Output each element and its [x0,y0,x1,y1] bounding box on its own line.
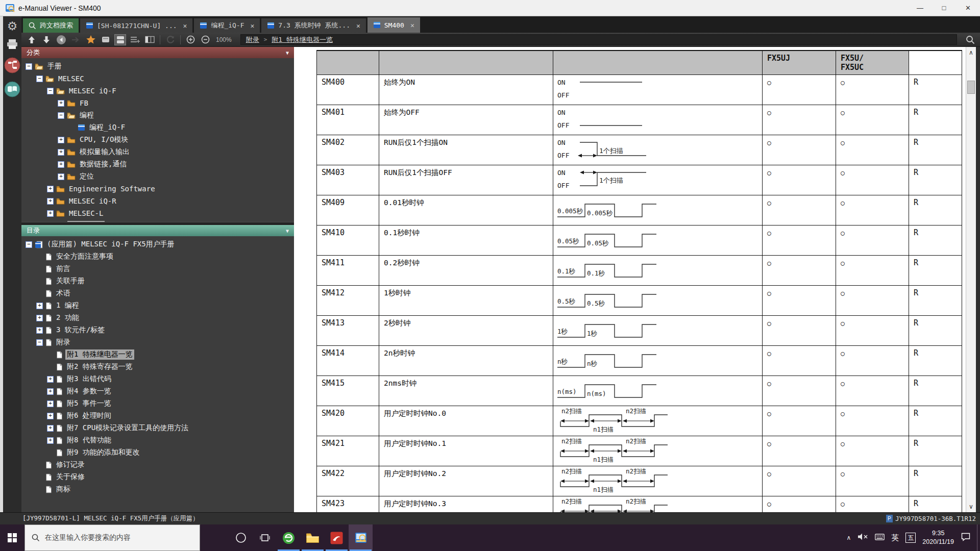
pdf-reader-taskbar-button[interactable] [325,524,349,551]
toc-tree-item[interactable]: +附5 事件一览 [21,397,294,410]
category-tree-item[interactable]: +定位 [21,170,294,183]
toc-tree-item[interactable]: −(应用篇) MELSEC iQ-F FX5用户手册 [21,238,294,251]
back-icon[interactable] [55,34,67,45]
ime-mode-indicator[interactable]: 五 [905,533,916,543]
table-columns-icon[interactable] [144,34,156,45]
close-button[interactable]: ✕ [956,0,980,16]
toc-tree-item[interactable]: +附4 参数一览 [21,385,294,397]
scroll-up-icon[interactable]: ∧ [966,47,976,58]
tab-7-3-[interactable]: 7.3 系统时钟 系统...✕ [261,18,365,33]
minimize-button[interactable]: — [908,0,932,16]
category-tree-item[interactable]: −编程 [21,109,294,121]
outline-add-icon[interactable] [129,34,141,45]
expand-icon[interactable]: + [47,413,54,419]
classification-view-icon[interactable] [4,57,21,74]
breadcrumb-link[interactable]: 附录 [246,35,259,44]
down-arrow-icon[interactable] [40,34,52,45]
zoom-in-icon[interactable] [185,34,197,45]
file-explorer-taskbar-button[interactable] [301,524,325,551]
tab-close-icon[interactable]: ✕ [251,22,255,30]
expand-icon[interactable]: + [47,425,54,432]
toc-tree-item[interactable]: 关于保修 [21,471,294,483]
favorite-star-icon[interactable] [85,34,96,45]
continuous-page-view-icon[interactable] [114,34,126,45]
collapse-icon[interactable]: − [26,63,32,70]
collapse-icon[interactable]: − [58,112,64,119]
ime-language-indicator[interactable]: 英 [891,533,899,543]
chevron-down-icon[interactable]: ▼ [286,228,289,234]
expand-icon[interactable]: + [47,388,54,395]
toc-tree-item[interactable]: 术语 [21,287,294,299]
toc-tree-item[interactable]: 关联手册 [21,275,294,287]
category-tree-item[interactable]: −MELSEC iQ-F [21,85,294,97]
settings-gear-icon[interactable]: ⚙ [7,20,18,32]
toc-tree-item[interactable]: +附3 出错代码 [21,373,294,385]
toc-tree-item[interactable]: 安全方面注意事项 [21,251,294,263]
category-tree-item[interactable]: 编程_iQ-F [21,121,294,134]
toc-tree-item[interactable]: +2 功能 [21,312,294,324]
category-tree-item[interactable]: +CPU, I/O模块 [21,134,294,146]
collapse-icon[interactable]: − [36,76,43,82]
expand-icon[interactable]: + [36,315,43,321]
volume-mute-icon[interactable] [857,533,868,543]
expand-icon[interactable]: + [58,149,64,156]
toc-tree-item[interactable]: +3 软元件/标签 [21,324,294,336]
tab-close-icon[interactable]: ✕ [356,22,360,30]
taskbar-search-box[interactable]: 在这里输入你要搜索的内容 [24,524,200,551]
notification-center-icon[interactable] [961,532,971,543]
expand-icon[interactable]: + [58,100,64,107]
start-button[interactable] [0,524,24,551]
expand-icon[interactable]: + [36,303,43,309]
tab-close-icon[interactable]: ✕ [183,22,187,30]
search-icon[interactable] [964,34,976,45]
expand-icon[interactable]: + [47,437,54,444]
tab-close-icon[interactable]: ✕ [410,21,414,29]
category-tree-item[interactable]: +MELSEC iQ-R [21,195,294,207]
toc-tree-item[interactable]: −附录 [21,336,294,348]
tab--_iq-f[interactable]: 编程_iQ-F✕ [194,18,260,33]
scroll-down-icon[interactable]: ∨ [966,501,976,512]
toc-tree-item[interactable]: +附7 CPU模块记录设置工具的使用方法 [21,422,294,434]
toc-panel-header[interactable]: 目录 ▼ [21,225,294,236]
touch-keyboard-icon[interactable] [875,533,885,543]
toc-tree-item[interactable]: 附2 特殊寄存器一览 [21,361,294,373]
category-tree-item[interactable]: −MELSEC [21,72,294,85]
category-tree-item[interactable]: +FB [21,97,294,109]
expand-icon[interactable]: + [47,400,54,407]
toc-tree-item[interactable]: +1 编程 [21,299,294,312]
expand-icon[interactable]: + [58,161,64,168]
forward-icon[interactable] [70,34,82,45]
breadcrumb-link[interactable]: 附1 特殊继电器一览 [272,35,333,44]
toc-tree-item[interactable]: +附8 代替功能 [21,434,294,446]
category-tree-item[interactable]: +Engineering Software [21,183,294,195]
toc-tree-item[interactable]: +附6 处理时间 [21,410,294,422]
collapse-icon[interactable]: − [36,339,43,346]
toc-tree-item[interactable]: 附1 特殊继电器一览 [21,348,294,361]
category-tree-item[interactable]: −手册 [21,60,294,72]
category-tree-item[interactable]: +模拟量输入输出 [21,146,294,158]
toc-tree-item[interactable]: 修订记录 [21,459,294,471]
category-panel-header[interactable]: 分类 ▼ [21,47,294,58]
category-tree-item[interactable]: +数据链接,通信 [21,158,294,170]
expand-icon[interactable]: + [58,137,64,143]
browser-taskbar-button[interactable] [277,524,301,551]
collapse-icon[interactable]: − [47,88,54,94]
cortana-taskbar-button[interactable] [229,524,253,551]
collapse-icon[interactable]: − [26,241,32,248]
emanual-viewer-taskbar-button[interactable] [349,524,373,551]
tab--sh-081271chn-u-[interactable]: [SH-081271CHN-U] ...✕ [80,18,192,33]
print-icon[interactable] [6,39,18,50]
expand-icon[interactable]: + [58,173,64,180]
expand-icon[interactable]: + [36,327,43,334]
vertical-scrollbar[interactable]: ∧ ∨ [966,47,976,512]
hidden-icons-chevron[interactable]: ∧ [847,534,851,541]
taskbar-clock[interactable]: 9:35 2020/11/19 [922,529,954,546]
toc-tree-item[interactable]: 前言 [21,263,294,275]
chevron-down-icon[interactable]: ▼ [286,50,289,56]
expand-icon[interactable]: + [47,210,54,217]
tab-sm400[interactable]: SM400✕ [368,17,420,33]
scrollbar-thumb[interactable] [967,81,975,94]
category-tree-item[interactable]: +MELSEC-L [21,207,294,219]
zoom-out-icon[interactable] [200,34,211,45]
expand-icon[interactable]: + [47,186,54,192]
